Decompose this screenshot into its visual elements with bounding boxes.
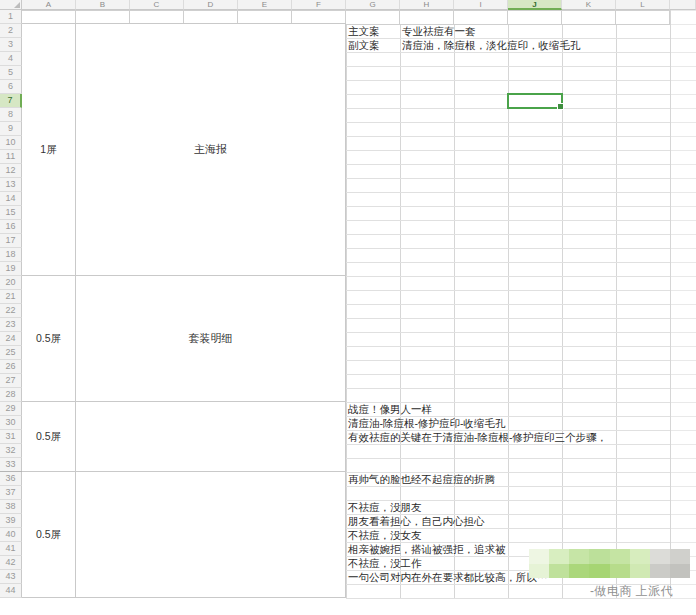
- watermark: -做电商 上派代: [590, 583, 673, 600]
- cell-g31[interactable]: 有效祛痘的关键在于清痘油-除痘根-修护痘印三个步骤，: [346, 430, 607, 444]
- column-header-partial[interactable]: [670, 0, 696, 10]
- column-header-j[interactable]: J: [508, 0, 562, 10]
- cell-g36[interactable]: 再帅气的脸也经不起痘痘的折腾: [346, 472, 495, 486]
- row-header-30[interactable]: 30: [0, 416, 22, 430]
- fill-handle[interactable]: [557, 103, 564, 110]
- row-header-25[interactable]: 25: [0, 346, 22, 360]
- row-header-41[interactable]: 41: [0, 542, 22, 556]
- censor-mosaic-tile: [529, 549, 549, 564]
- section-content-cell-2[interactable]: 套装明细: [75, 275, 346, 402]
- gridline: [670, 332, 696, 333]
- row-header-43[interactable]: 43: [0, 570, 22, 584]
- column-header-f[interactable]: F: [292, 0, 346, 10]
- cell-g39[interactable]: 朋友看着担心，自己内心担心: [346, 514, 485, 528]
- row-header-27[interactable]: 27: [0, 374, 22, 388]
- row-header-33[interactable]: 33: [0, 458, 22, 472]
- row-header-40[interactable]: 40: [0, 528, 22, 542]
- cell-g43[interactable]: 一句公司对内在外在要求都比较高，所以···: [346, 570, 548, 584]
- row-header-38[interactable]: 38: [0, 500, 22, 514]
- row-header-14[interactable]: 14: [0, 192, 22, 206]
- row-header-16[interactable]: 16: [0, 220, 22, 234]
- cell-g3[interactable]: 副文案: [346, 38, 380, 52]
- column-header-k[interactable]: K: [562, 0, 616, 10]
- row-header-32[interactable]: 32: [0, 444, 22, 458]
- gridline: [346, 458, 670, 459]
- row-header-36[interactable]: 36: [0, 472, 22, 486]
- gridline: [346, 80, 670, 81]
- column-header-c[interactable]: C: [130, 0, 184, 10]
- column-header-h[interactable]: H: [400, 0, 454, 10]
- row-header-1[interactable]: 1: [0, 10, 22, 24]
- row-header-9[interactable]: 9: [0, 122, 22, 136]
- column-header-a[interactable]: A: [22, 0, 76, 10]
- cell-g40[interactable]: 不祛痘，没女友: [346, 528, 422, 542]
- row-header-7[interactable]: 7: [0, 94, 22, 108]
- cell-j1[interactable]: [507, 10, 562, 25]
- row-header-22[interactable]: 22: [0, 304, 22, 318]
- column-header-g[interactable]: G: [346, 0, 400, 10]
- section-screen-cell-4[interactable]: 0.5屏: [21, 471, 76, 598]
- row-header-26[interactable]: 26: [0, 360, 22, 374]
- cell-h1[interactable]: [399, 10, 454, 25]
- row-header-3[interactable]: 3: [0, 38, 22, 52]
- row-header-29[interactable]: 29: [0, 402, 22, 416]
- gridline: [670, 528, 696, 529]
- cell-g1[interactable]: [345, 10, 400, 25]
- cell-i1[interactable]: [453, 10, 508, 25]
- censor-mosaic-tile: [670, 564, 690, 578]
- gridline: [670, 38, 696, 39]
- row-header-39[interactable]: 39: [0, 514, 22, 528]
- gridline: [670, 24, 696, 25]
- column-header-i[interactable]: I: [454, 0, 508, 10]
- row-header-37[interactable]: 37: [0, 486, 22, 500]
- row-header-10[interactable]: 10: [0, 136, 22, 150]
- row-header-21[interactable]: 21: [0, 290, 22, 304]
- row-header-42[interactable]: 42: [0, 556, 22, 570]
- gridline: [346, 374, 670, 375]
- cell-k1[interactable]: [561, 10, 616, 25]
- row-header-6[interactable]: 6: [0, 80, 22, 94]
- section-screen-cell-3[interactable]: 0.5屏: [21, 401, 76, 472]
- gridline: [670, 234, 696, 235]
- row-header-4[interactable]: 4: [0, 52, 22, 66]
- row-header-5[interactable]: 5: [0, 66, 22, 80]
- cell-h2[interactable]: 专业祛痘有一套: [400, 24, 476, 38]
- section-content-cell-4[interactable]: [75, 471, 346, 598]
- section-content-cell-3[interactable]: [75, 401, 346, 472]
- cell-h3[interactable]: 清痘油，除痘根，淡化痘印，收缩毛孔: [400, 38, 581, 52]
- censor-mosaic-tile: [549, 549, 569, 564]
- row-header-2[interactable]: 2: [0, 24, 22, 38]
- row-header-15[interactable]: 15: [0, 206, 22, 220]
- row-header-12[interactable]: 12: [0, 164, 22, 178]
- row-header-17[interactable]: 17: [0, 234, 22, 248]
- cell-l1[interactable]: [615, 10, 670, 25]
- row-header-13[interactable]: 13: [0, 178, 22, 192]
- cell-g2[interactable]: 主文案: [346, 24, 380, 38]
- row-header-19[interactable]: 19: [0, 262, 22, 276]
- row-header-8[interactable]: 8: [0, 108, 22, 122]
- row-header-23[interactable]: 23: [0, 318, 22, 332]
- row-header-18[interactable]: 18: [0, 248, 22, 262]
- column-header-e[interactable]: E: [238, 0, 292, 10]
- column-header-d[interactable]: D: [184, 0, 238, 10]
- cell-g30[interactable]: 清痘油-除痘根-修护痘印-收缩毛孔: [346, 416, 506, 430]
- row-header-28[interactable]: 28: [0, 388, 22, 402]
- censor-mosaic-tile: [549, 564, 569, 578]
- row-header-24[interactable]: 24: [0, 332, 22, 346]
- row-header-20[interactable]: 20: [0, 276, 22, 290]
- section-content-cell-1[interactable]: 主海报: [75, 23, 346, 276]
- cell-g38[interactable]: 不祛痘，没朋友: [346, 500, 422, 514]
- row-header-11[interactable]: 11: [0, 150, 22, 164]
- column-header-l[interactable]: L: [616, 0, 670, 10]
- gridline: [346, 360, 670, 361]
- select-all-corner[interactable]: [0, 0, 22, 10]
- column-header-b[interactable]: B: [76, 0, 130, 10]
- cell-g41[interactable]: 相亲被婉拒，搭讪被强拒，追求被: [346, 542, 506, 556]
- section-screen-cell-1[interactable]: 1屏: [21, 23, 76, 276]
- section-screen-cell-2[interactable]: 0.5屏: [21, 275, 76, 402]
- cell-g29[interactable]: 战痘！像男人一样: [346, 402, 432, 416]
- cell-g42[interactable]: 不祛痘，没工作: [346, 556, 422, 570]
- row-header-31[interactable]: 31: [0, 430, 22, 444]
- gridline: [346, 276, 670, 277]
- row-header-44[interactable]: 44: [0, 584, 22, 598]
